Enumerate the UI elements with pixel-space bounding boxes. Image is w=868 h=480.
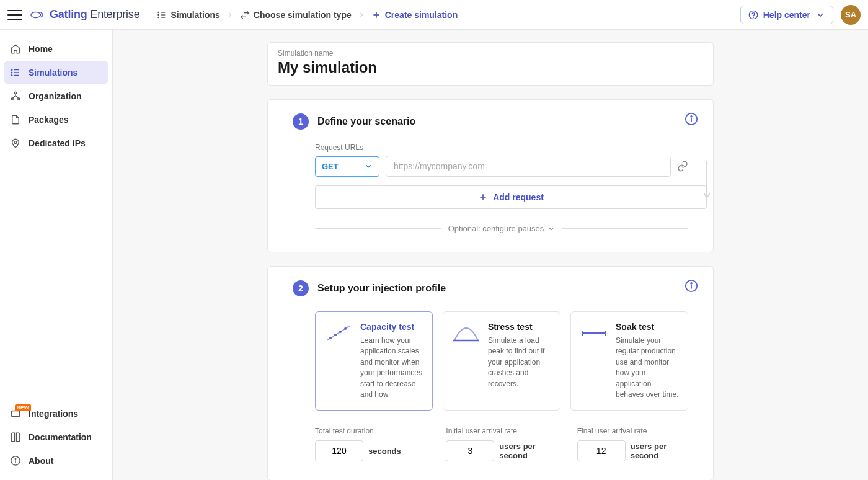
swap-icon — [240, 10, 250, 20]
book-icon — [10, 432, 21, 443]
info-icon[interactable] — [684, 279, 698, 293]
svg-point-40 — [344, 327, 347, 330]
profile-title: Stress test — [488, 322, 551, 332]
crumb-simulations[interactable]: Simulations — [157, 10, 219, 20]
svg-point-6 — [158, 17, 159, 17]
sidebar-item-label: Simulations — [29, 68, 78, 78]
chevron-right-icon — [358, 11, 365, 19]
soak-chart-icon — [580, 322, 608, 344]
svg-point-0 — [31, 12, 41, 17]
add-request-button[interactable]: Add request — [315, 185, 707, 209]
sidebar-item-dedicated-ips[interactable]: Dedicated IPs — [4, 131, 108, 155]
menu-toggle[interactable] — [7, 7, 22, 22]
profile-desc: Simulate a load peak to find out if your… — [488, 336, 551, 389]
help-icon — [748, 10, 758, 20]
svg-point-37 — [329, 337, 332, 339]
svg-point-12 — [753, 17, 753, 17]
pin-icon — [10, 138, 21, 149]
field-label: Final user arrival rate — [577, 427, 688, 435]
sidebar-item-about[interactable]: About — [4, 449, 108, 473]
unit-label: seconds — [368, 447, 401, 456]
card-injection-profile: 2 Setup your injection profile Capacity … — [267, 266, 714, 480]
svg-point-29 — [691, 116, 692, 117]
link-icon[interactable] — [677, 161, 688, 172]
param-initial-rate: Initial user arrival rate users per seco… — [446, 427, 557, 461]
profile-title: Soak test — [616, 322, 679, 332]
param-duration: Total test duration seconds — [315, 427, 426, 461]
sidebar-item-label: Home — [29, 44, 53, 54]
simulation-name-input[interactable] — [278, 59, 703, 76]
sidebar-item-label: About — [29, 456, 53, 466]
step-number: 1 — [293, 113, 309, 130]
svg-point-16 — [11, 69, 12, 71]
svg-point-26 — [15, 458, 16, 459]
profile-desc: Learn how your application scales and mo… — [360, 336, 423, 400]
svg-point-18 — [11, 75, 12, 76]
field-label: Initial user arrival rate — [446, 427, 557, 435]
profile-soak-test[interactable]: Soak test Simulate your regular producti… — [570, 311, 688, 411]
sidebar-item-organization[interactable]: Organization — [4, 84, 108, 108]
sidebar-item-label: Integrations — [29, 409, 78, 419]
info-icon[interactable] — [684, 112, 698, 126]
chevron-down-icon — [364, 162, 373, 171]
breadcrumb: Simulations Choose simulation type Creat… — [157, 10, 458, 20]
list-icon — [10, 67, 21, 78]
sidebar-item-integrations[interactable]: NEW Integrations — [4, 402, 108, 425]
sidebar-item-home[interactable]: Home — [4, 37, 108, 61]
field-label: Simulation name — [278, 49, 703, 58]
configure-pauses-toggle[interactable]: Optional: configure pauses — [448, 224, 556, 233]
chevron-right-icon — [226, 11, 234, 19]
chevron-down-icon — [547, 225, 555, 233]
sidebar-item-simulations[interactable]: Simulations — [4, 61, 108, 84]
param-final-rate: Final user arrival rate users per second — [577, 427, 688, 461]
duration-input[interactable] — [315, 440, 363, 461]
svg-point-5 — [158, 14, 159, 15]
sidebar: Home Simulations Organization Packages D… — [0, 30, 113, 480]
flow-arrow-icon — [703, 159, 711, 200]
unit-label: users per second — [499, 442, 557, 460]
svg-rect-23 — [11, 411, 20, 417]
brand-logo[interactable]: Gatling Enterprise — [30, 8, 140, 21]
svg-point-4 — [158, 12, 159, 12]
initial-rate-input[interactable] — [446, 440, 494, 461]
card-define-scenario: 1 Define your scenario Request URLs GET — [267, 99, 714, 252]
card-title: Setup your injection profile — [317, 283, 446, 294]
sidebar-item-documentation[interactable]: Documentation — [4, 425, 108, 449]
svg-point-35 — [691, 283, 692, 284]
request-url-input[interactable] — [386, 156, 671, 177]
gatling-icon — [30, 9, 46, 20]
sidebar-item-label: Organization — [29, 91, 82, 101]
field-label: Request URLs — [315, 143, 688, 152]
card-title: Define your scenario — [317, 116, 415, 127]
sidebar-item-label: Packages — [29, 115, 69, 125]
svg-rect-43 — [582, 331, 583, 336]
svg-point-17 — [11, 72, 12, 73]
svg-rect-44 — [605, 331, 606, 336]
crumb-choose-type[interactable]: Choose simulation type — [240, 10, 352, 20]
crumb-create-simulation[interactable]: Create simulation — [371, 10, 458, 20]
sidebar-item-packages[interactable]: Packages — [4, 108, 108, 131]
sidebar-item-label: Documentation — [29, 432, 92, 442]
profile-desc: Simulate your regular production use and… — [616, 336, 679, 400]
plus-icon — [371, 10, 381, 20]
profile-stress-test[interactable]: Stress test Simulate a load peak to find… — [443, 311, 560, 411]
package-icon — [10, 114, 21, 125]
sidebar-item-label: Dedicated IPs — [29, 138, 86, 148]
avatar[interactable]: SA — [841, 5, 861, 25]
svg-point-19 — [14, 92, 16, 94]
help-center-button[interactable]: Help center — [740, 6, 833, 24]
profile-capacity-test[interactable]: Capacity test Learn how your application… — [315, 311, 433, 411]
http-method-select[interactable]: GET — [315, 156, 379, 177]
simulation-name-field[interactable]: Simulation name — [267, 42, 714, 86]
final-rate-input[interactable] — [577, 440, 626, 461]
unit-label: users per second — [631, 442, 688, 460]
svg-point-22 — [14, 141, 17, 144]
info-icon — [10, 455, 21, 466]
field-label: Total test duration — [315, 427, 426, 435]
chevron-down-icon — [815, 10, 825, 20]
list-icon — [157, 10, 167, 20]
step-number: 2 — [293, 280, 309, 296]
svg-point-38 — [334, 334, 337, 336]
profile-title: Capacity test — [360, 322, 423, 332]
home-icon — [10, 43, 21, 55]
